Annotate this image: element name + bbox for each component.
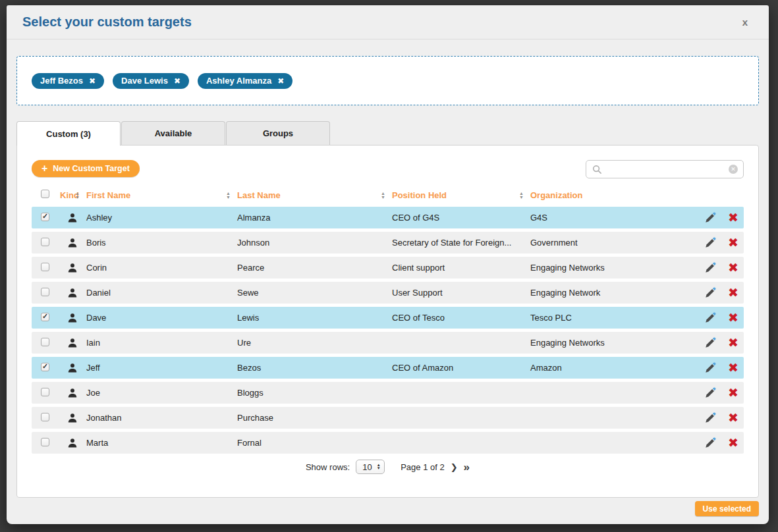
edit-pencil-icon[interactable] <box>704 212 716 224</box>
row-checkbox[interactable] <box>41 263 49 271</box>
delete-x-icon[interactable]: ✖ <box>728 386 738 399</box>
person-icon <box>67 288 78 298</box>
person-icon <box>67 363 78 373</box>
organization-cell: Engaging Networks <box>530 263 681 273</box>
column-header-organization[interactable]: ▲▼Organization <box>530 190 681 200</box>
edit-pencil-icon[interactable] <box>704 362 716 374</box>
sort-icon[interactable]: ▲▼ <box>381 192 392 200</box>
person-icon <box>67 413 78 423</box>
delete-x-icon[interactable]: ✖ <box>728 412 738 424</box>
position-held-cell: Secretary of State for Foreign... <box>392 238 530 248</box>
edit-pencil-icon[interactable] <box>704 437 716 449</box>
row-checkbox[interactable] <box>41 438 49 446</box>
column-header-position-held[interactable]: ▲▼Position Held <box>392 190 530 200</box>
organization-cell: G4S <box>530 213 681 223</box>
kind-cell <box>60 313 86 323</box>
last-name-cell: Johnson <box>237 238 392 248</box>
kind-cell <box>60 213 86 223</box>
table-row[interactable]: Joe Bloggs ✖ <box>32 382 744 404</box>
chip-remove-icon[interactable]: ✖ <box>174 77 181 85</box>
table-row[interactable]: Jeff Bezos CEO of Amazon Amazon ✖ <box>32 357 744 379</box>
tab-bar: Custom (3) Available Groups <box>16 121 769 145</box>
pagination-bar: Show rows: 10 ▲▼ Page 1 of 2 ❯ » <box>17 460 758 474</box>
row-checkbox[interactable] <box>41 238 49 246</box>
table-row[interactable]: Ashley Almanza CEO of G4S G4S ✖ <box>32 207 744 228</box>
table-row[interactable]: Marta Fornal ✖ <box>32 432 744 454</box>
row-checkbox[interactable] <box>41 388 49 396</box>
delete-x-icon[interactable]: ✖ <box>728 211 738 224</box>
edit-pencil-icon[interactable] <box>704 412 716 424</box>
row-actions: ✖ <box>681 286 744 299</box>
close-icon[interactable]: x <box>737 14 753 30</box>
table-header-row: Kind ▲▼First Name ▲▼Last Name ▲▼Position… <box>17 186 758 207</box>
row-checkbox[interactable] <box>41 313 49 321</box>
table-row[interactable]: Jonathan Purchase ✖ <box>32 407 744 429</box>
clear-search-icon[interactable]: ✕ <box>729 165 738 174</box>
kind-cell <box>60 363 86 373</box>
last-name-cell: Pearce <box>237 263 392 273</box>
person-icon <box>67 338 78 348</box>
person-icon <box>67 238 78 248</box>
last-name-cell: Almanza <box>237 213 392 223</box>
first-name-cell: Jonathan <box>86 413 237 423</box>
first-name-cell: Ashley <box>86 213 237 223</box>
chip-remove-icon[interactable]: ✖ <box>277 77 284 85</box>
use-selected-button[interactable]: Use selected <box>695 501 759 516</box>
edit-pencil-icon[interactable] <box>704 287 716 299</box>
first-name-cell: Daniel <box>86 288 237 298</box>
selected-target-chip[interactable]: Dave Lewis ✖ <box>113 73 189 89</box>
edit-pencil-icon[interactable] <box>704 337 716 349</box>
delete-x-icon[interactable]: ✖ <box>728 361 738 374</box>
sort-icon[interactable]: ▲▼ <box>75 192 86 200</box>
column-header-first-name[interactable]: ▲▼First Name <box>86 190 237 200</box>
last-name-cell: Bezos <box>237 363 392 373</box>
edit-pencil-icon[interactable] <box>704 237 716 249</box>
first-name-cell: Iain <box>86 338 237 348</box>
organization-cell: Tesco PLC <box>530 313 681 323</box>
tab-available[interactable]: Available <box>121 121 225 145</box>
chip-label: Ashley Almanza <box>206 76 271 86</box>
edit-pencil-icon[interactable] <box>704 262 716 274</box>
select-targets-modal: Select your custom targets x Jeff Bezos … <box>7 5 769 524</box>
selected-target-chip[interactable]: Ashley Almanza ✖ <box>198 73 292 89</box>
row-actions: ✖ <box>681 437 744 449</box>
row-checkbox[interactable] <box>41 363 49 371</box>
select-all-checkbox[interactable] <box>41 190 49 198</box>
selected-target-chip[interactable]: Jeff Bezos ✖ <box>32 73 104 89</box>
sort-icon[interactable]: ▲▼ <box>226 192 237 200</box>
edit-pencil-icon[interactable] <box>704 312 716 324</box>
delete-x-icon[interactable]: ✖ <box>728 311 738 324</box>
table-row[interactable]: Boris Johnson Secretary of State for For… <box>32 232 744 253</box>
table-row[interactable]: Dave Lewis CEO of Tesco Tesco PLC ✖ <box>32 307 744 329</box>
row-checkbox[interactable] <box>41 288 49 296</box>
delete-x-icon[interactable]: ✖ <box>728 437 738 449</box>
sort-icon[interactable]: ▲▼ <box>519 192 530 200</box>
edit-pencil-icon[interactable] <box>704 387 716 399</box>
delete-x-icon[interactable]: ✖ <box>728 236 738 249</box>
tab-custom-3[interactable]: Custom (3) <box>16 121 121 146</box>
table-row[interactable]: Iain Ure Engaging Networks ✖ <box>32 332 744 354</box>
position-held-cell: Client support <box>392 263 530 273</box>
chip-remove-icon[interactable]: ✖ <box>89 77 96 85</box>
row-checkbox[interactable] <box>41 213 49 221</box>
chip-label: Dave Lewis <box>121 76 168 86</box>
tab-groups[interactable]: Groups <box>226 121 330 145</box>
person-icon <box>67 388 78 398</box>
last-name-cell: Purchase <box>237 413 392 423</box>
rows-per-page-select[interactable]: 10 ▲▼ <box>356 460 385 474</box>
search-input[interactable] <box>607 165 724 174</box>
delete-x-icon[interactable]: ✖ <box>728 336 738 349</box>
table-row[interactable]: Daniel Sewe User Support Engaging Networ… <box>32 282 744 304</box>
new-custom-target-button[interactable]: + New Custom Target <box>32 160 140 177</box>
delete-x-icon[interactable]: ✖ <box>728 286 738 299</box>
row-actions: ✖ <box>681 336 744 349</box>
kind-cell <box>60 288 86 298</box>
column-header-last-name[interactable]: ▲▼Last Name <box>237 190 392 200</box>
row-actions: ✖ <box>681 386 744 399</box>
last-page-icon[interactable]: » <box>464 462 470 473</box>
delete-x-icon[interactable]: ✖ <box>728 261 738 274</box>
next-page-icon[interactable]: ❯ <box>451 462 458 472</box>
row-checkbox[interactable] <box>41 413 49 421</box>
table-row[interactable]: Corin Pearce Client support Engaging Net… <box>32 257 744 279</box>
row-checkbox[interactable] <box>41 338 49 346</box>
